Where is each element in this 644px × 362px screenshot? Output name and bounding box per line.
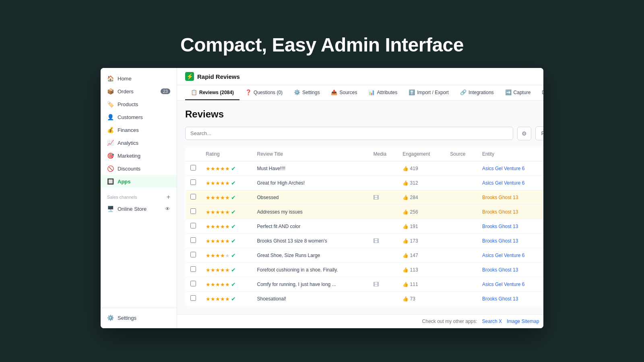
verified-icon: ✔ [231,267,236,273]
entity-link[interactable]: Brooks Ghost 13 [482,267,518,273]
table-row: ★★★★★ ✔ Great Shoe, Size Runs Large 👍 14… [186,248,544,263]
entity-link[interactable]: Brooks Ghost 13 [482,195,518,200]
likes: 👍 73 [402,296,440,302]
questions-tab-icon: ❓ [245,89,252,95]
sidebar-item-finances[interactable]: 💰 Finances [101,123,177,136]
tab-import-export[interactable]: ⬆️Import / Export [403,85,454,100]
sidebar-item-label: Analytics [118,140,138,146]
tab-capture[interactable]: ➡️Capture [500,85,537,100]
verified-icon: ✔ [231,223,236,230]
row-checkbox[interactable] [190,281,196,286]
rating-cell: ★★★★★ ✔ [201,277,252,292]
sidebar-item-customers[interactable]: 👤 Customers [101,111,177,123]
sidebar-item-label: Finances [118,127,139,133]
tab-integrations[interactable]: 🔗Integrations [454,85,500,100]
stars: ★★★★★ [206,239,230,244]
sidebar-item-label: Online Store [118,206,147,212]
stars: ★★★★★ [206,224,230,230]
sidebar-item-label: Customers [118,114,143,120]
footer-link-imagesitemap[interactable]: Image Sitemap [507,319,539,324]
tab-docs[interactable]: Docs [536,85,543,100]
stars: ★★★★★ [206,253,230,259]
sidebar-bottom: ⚙️ Settings [101,308,177,324]
sidebar-item-home[interactable]: 🏠 Home [101,72,177,85]
table-row: ★★★★★ ✔ Great for High Arches! 👍 312 Asi… [186,176,544,190]
sidebar-item-label: Orders [118,88,134,95]
engagement-cell: 👍 147 [398,248,445,263]
sidebar-item-settings[interactable]: ⚙️ Settings [101,311,177,324]
sidebar-item-orders[interactable]: 📦 Orders 23 [101,85,177,98]
reviews-tab-icon: 📋 [191,89,197,95]
row-checkbox[interactable] [190,208,196,214]
likes: 👍 256 [402,209,440,215]
source-cell [445,205,477,219]
media-cell [368,205,398,219]
rating-cell: ★★★★★ ✔ [201,234,252,248]
sidebar-item-analytics[interactable]: 📈 Analytics [101,136,177,149]
stars: ★★★★★ [206,282,230,288]
row-checkbox[interactable] [190,223,196,228]
entity-link[interactable]: Brooks Ghost 13 [482,296,518,302]
sidebar-item-marketing[interactable]: 🎯 Marketing [101,149,177,162]
sidebar-item-label: Home [118,76,132,82]
tab-settings[interactable]: ⚙️Settings [288,85,325,100]
app-brand: ⚡ Rapid Reviews [185,72,240,81]
source-cell [445,234,477,248]
media-cell: 🎞 [368,277,398,292]
media-icon: 🎞 [373,194,379,201]
capture-tab-icon: ➡️ [505,89,512,95]
entity-link[interactable]: Brooks Ghost 13 [482,209,518,215]
row-checkbox[interactable] [190,295,196,301]
sidebar-item-products[interactable]: 🏷️ Products [101,98,177,111]
row-checkbox[interactable] [190,237,196,243]
row-checkbox[interactable] [190,266,196,272]
row-checkbox[interactable] [190,165,196,171]
search-input[interactable] [185,127,513,140]
entity-link[interactable]: Asics Gel Venture 6 [482,253,524,258]
tab-label: Import / Export [417,90,449,95]
verified-icon: ✔ [231,252,236,259]
entity-cell: Brooks Ghost 13 [477,234,543,248]
entity-cell: Brooks Ghost 13 [477,219,543,234]
sidebar-item-apps[interactable]: 🔲 Apps [101,175,177,188]
entity-link[interactable]: Brooks Ghost 13 [482,238,518,244]
tab-sources[interactable]: 📤Sources [325,85,363,100]
footer-link-searchx[interactable]: Search X [482,319,502,324]
entity-link[interactable]: Brooks Ghost 13 [482,224,518,229]
sidebar-item-online-store[interactable]: 🖥️ Online Store 👁 [101,202,177,215]
review-title-cell: Obsessed [252,190,368,205]
likes: 👍 312 [402,180,440,186]
entity-link[interactable]: Asics Gel Venture 6 [482,166,524,171]
stars: ★★★★★ [206,296,230,302]
monitor-icon: 🖥️ [107,206,114,212]
sort-select[interactable]: PopularNewestOldestHighest RatingLowest … [535,126,543,140]
sources-tab-icon: 📤 [331,89,337,95]
filter-button[interactable]: ⚙ [517,127,531,140]
rating-cell: ★★★★★ ✔ [201,292,252,306]
review-title-cell: Must Have!!!! [252,161,368,176]
eye-icon[interactable]: 👁 [165,206,170,212]
tab-reviews[interactable]: 📋Reviews (2084) [185,85,239,100]
entity-link[interactable]: Asics Gel Venture 6 [482,180,524,186]
tabs-bar: 📋Reviews (2084)❓Questions (0)⚙️Settings📤… [177,85,543,101]
engagement-cell: 👍 73 [398,292,445,306]
footer-label: Check out my other apps: [422,319,477,324]
row-checkbox[interactable] [190,252,196,257]
col-rating: Rating [201,147,252,161]
tab-label: Docs [542,90,543,95]
row-checkbox[interactable] [190,179,196,185]
likes: 👍 173 [402,238,440,244]
entity-cell: Asics Gel Venture 6 [477,176,543,190]
engagement-cell: 👍 284 [398,190,445,205]
engagement-cell: 👍 191 [398,219,445,234]
tab-attributes[interactable]: 📊Attributes [363,85,403,100]
rating-cell: ★★★★★ ✔ [201,161,252,176]
tab-questions[interactable]: ❓Questions (0) [239,85,288,100]
footer-bar: Check out my other apps: Search X Image … [177,314,543,328]
stars: ★★★★★ [206,210,230,215]
row-checkbox[interactable] [190,194,196,200]
add-sales-channel-button[interactable]: + [167,193,170,201]
entity-link[interactable]: Asics Gel Venture 6 [482,282,524,287]
sidebar-item-discounts[interactable]: 🚫 Discounts [101,162,177,175]
col-review-title: Review Title [252,147,368,161]
